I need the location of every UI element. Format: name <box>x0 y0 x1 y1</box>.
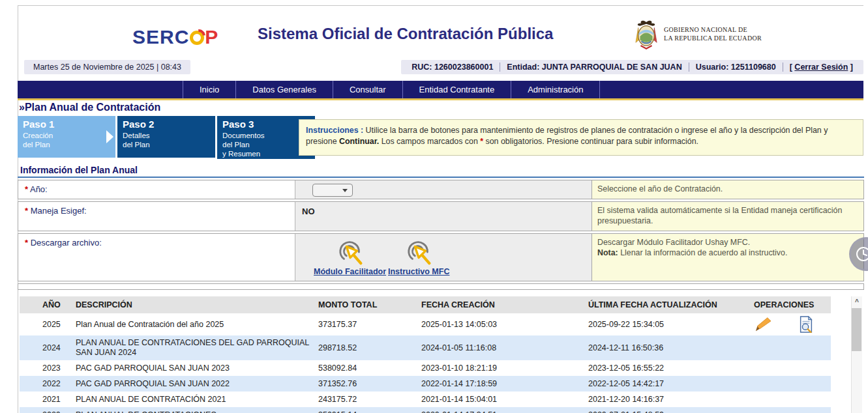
table-row: 2020 PLAN ANUAL DE CONTRATACIONES 350015… <box>20 407 831 413</box>
col-header-monto: MONTO TOTAL <box>318 300 421 309</box>
table-header-row: AÑO DESCRIPCIÓN MONTO TOTAL FECHA CREACI… <box>20 296 831 313</box>
cell-actualizacion: 2025-09-22 15:34:05 <box>588 320 749 329</box>
user-info: Usuario: 1251109680 <box>689 63 783 72</box>
app-title: Sistema Oficial de Contratación Pública <box>258 25 553 43</box>
required-asterisk: * <box>480 137 483 146</box>
year-label: * Año: <box>18 180 295 199</box>
pencil-icon <box>754 317 772 332</box>
user-label: Usuario: <box>696 63 729 72</box>
esigef-label: * Maneja Esigef: <box>18 202 295 231</box>
col-header-ultima-fecha: ÚLTIMA FECHA ACTUALIZACIÓN <box>588 300 749 309</box>
cell-actualizacion: 2024-12-11 16:50:36 <box>588 343 749 352</box>
field-label: Descargar archivo: <box>31 238 102 248</box>
cell-operaciones <box>749 316 831 333</box>
wizard-steps: Paso 1 Creación del Plan Paso 2 Detalles… <box>18 116 315 159</box>
cell-desc: PAC GAD PARROQUIAL SAN JUAN 2023 <box>76 363 318 373</box>
year-help-text: Seleccione el año de Contratación. <box>591 180 863 199</box>
entity-info: Entidad: JUNTA PARROQUIAL DE SAN JUAN <box>500 63 688 72</box>
cell-monto: 371352.76 <box>318 379 421 388</box>
table-row: 2024 PLAN ANUAL DE CONTRATACIONES DEL GA… <box>20 335 831 360</box>
modulo-facilitador-link[interactable]: Módulo Facilitador <box>314 267 386 276</box>
instructivo-mfc-link[interactable]: Instructivo MFC <box>388 267 449 276</box>
step-line: del Plan <box>123 140 215 149</box>
form-row-year: * Año: Seleccione el año de Contratación… <box>18 180 864 199</box>
nav-item-entidad-contratante[interactable]: Entidad Contratante <box>403 81 512 98</box>
esigef-value-cell: NO <box>295 202 591 231</box>
ecuador-coat-of-arms-icon <box>634 17 659 51</box>
col-header-descripcion: DESCRIPCIÓN <box>76 300 318 310</box>
instructions-panel: Instrucciones : Utilice la barra de boto… <box>299 119 863 156</box>
main-nav: Inicio Datos Generales Consultar Entidad… <box>18 81 863 98</box>
cell-desc: Plan Anual de Contratación del año 2025 <box>76 320 318 330</box>
cell-desc: PLAN ANUAL DE CONTRATACIÓN 2021 <box>76 395 318 405</box>
user-value: 1251109680 <box>731 63 776 72</box>
entity-label: Entidad: <box>507 63 539 72</box>
form-row-download: * Descargar archivo: Módulo Facilitador <box>18 233 864 281</box>
step-2-detalles[interactable]: Paso 2 Detalles del Plan <box>117 116 215 158</box>
table-row: 2022 PAC GAD PARROQUIAL SAN JUAN 2022 37… <box>20 376 831 392</box>
download-help-line1: Descargar Módulo Facilitador Ushay MFC. <box>597 237 858 248</box>
cell-actualizacion: 2023-12-05 16:55:22 <box>588 363 749 373</box>
click-download-icon <box>404 238 434 265</box>
download-help-line2: Nota: Llenar la información de acuerdo a… <box>597 248 858 258</box>
gov-line2: LA REPUBLICA DEL ECUADOR <box>664 34 762 42</box>
field-label: Maneja Esigef: <box>31 206 87 216</box>
nav-item-administracion[interactable]: Administración <box>511 81 600 98</box>
logout-bracket-open: [ <box>790 63 792 72</box>
nav-item-inicio[interactable]: Inicio <box>183 81 236 98</box>
logo-text: SERC <box>132 26 189 48</box>
sercop-logo[interactable]: SERCP <box>132 26 218 48</box>
entity-value: JUNTA PARROQUIAL DE SAN JUAN <box>542 63 682 72</box>
cell-year: 2024 <box>20 343 76 352</box>
step-line: Detalles <box>123 131 215 140</box>
download-help-text: Descargar Módulo Facilitador Ushay MFC. … <box>591 234 863 281</box>
required-asterisk: * <box>25 184 28 194</box>
cell-creacion: 2025-01-13 14:05:03 <box>421 320 588 329</box>
government-brand: GOBIERNO NACIONAL DE LA REPUBLICA DEL EC… <box>634 17 762 51</box>
cell-desc: PLAN ANUAL DE CONTRATACIONES DEL GAD PAR… <box>76 338 318 358</box>
step-1-creacion[interactable]: Paso 1 Creación del Plan <box>18 116 115 158</box>
year-select[interactable] <box>312 184 353 197</box>
step-title: Paso 2 <box>123 119 215 130</box>
cell-creacion: 2023-01-10 18:21:19 <box>421 363 588 373</box>
step-line: del Plan <box>23 140 115 149</box>
page-container: SERCP Sistema Oficial de Contratación Pú… <box>0 0 868 413</box>
logout-segment: [ Cerrar Sesión ] <box>783 63 860 72</box>
clock-icon <box>855 246 868 263</box>
scrollbar-thumb[interactable] <box>852 308 861 351</box>
col-header-operaciones: OPERACIONES <box>749 300 831 309</box>
session-bar: RUC: 1260023860001 Entidad: JUNTA PARROQ… <box>401 60 863 74</box>
cell-desc: PLAN ANUAL DE CONTRATACIONES <box>76 410 318 413</box>
view-document-button[interactable] <box>798 316 814 333</box>
logout-link[interactable]: Cerrar Sesión <box>794 63 848 72</box>
logout-bracket-close: ] <box>850 63 853 72</box>
nav-item-consultar[interactable]: Consultar <box>333 81 403 98</box>
edit-button[interactable] <box>754 317 772 332</box>
esigef-help-text: El sistema valida automáticamente si la … <box>591 202 863 231</box>
ruc-value: 1260023860001 <box>434 63 493 72</box>
esigef-value: NO <box>295 202 591 216</box>
cell-monto: 350015.14 <box>318 410 421 413</box>
note-label: Nota: <box>597 248 618 257</box>
cell-year: 2020 <box>20 410 76 413</box>
cell-creacion: 2020-01-14 17:34:51 <box>421 410 588 413</box>
instructivo-mfc-download[interactable]: Instructivo MFC <box>388 238 449 277</box>
click-download-icon <box>335 238 365 265</box>
cell-creacion: 2021-01-14 15:04:01 <box>421 395 588 404</box>
col-header-ano: AÑO <box>20 300 76 309</box>
scroll-up-button[interactable]: ^ <box>852 296 862 307</box>
download-label: * Descargar archivo: <box>18 234 295 281</box>
sercop-logo-o-icon <box>190 31 204 45</box>
nav-underline <box>18 98 863 100</box>
modulo-facilitador-download[interactable]: Módulo Facilitador <box>314 238 386 277</box>
table-row: 2025 Plan Anual de Contratación del año … <box>20 313 831 335</box>
nav-item-datos-generales[interactable]: Datos Generales <box>236 81 333 98</box>
required-asterisk: * <box>25 238 28 248</box>
plans-table: AÑO DESCRIPCIÓN MONTO TOTAL FECHA CREACI… <box>20 296 831 413</box>
cell-actualizacion: 2022-12-05 14:42:17 <box>588 379 749 388</box>
section-title: Información del Plan Anual <box>18 164 864 178</box>
document-search-icon <box>798 316 814 333</box>
cell-year: 2023 <box>20 363 76 373</box>
page-title: »Plan Anual de Contratación <box>19 102 160 113</box>
logo-text: P <box>205 26 218 48</box>
